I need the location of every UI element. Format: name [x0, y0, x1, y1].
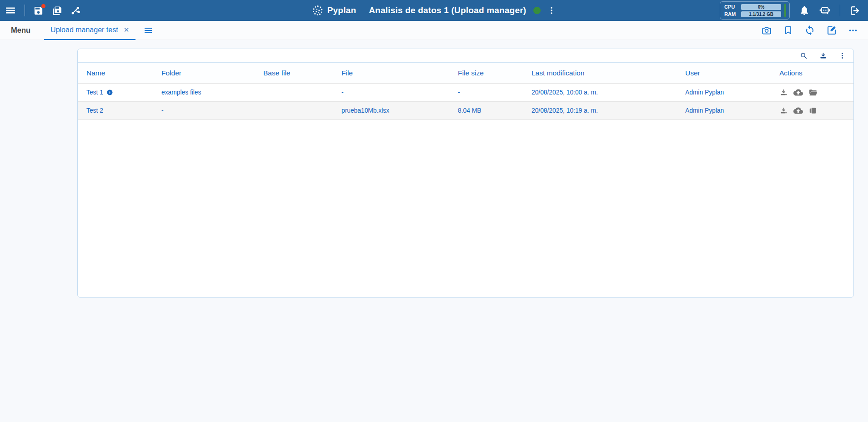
header-last-modification: Last modification: [532, 69, 685, 77]
ram-usage-bar: 1.1/31.2 GB: [741, 11, 781, 17]
model-tree-icon[interactable]: [70, 5, 81, 16]
menu-button[interactable]: Menu: [11, 26, 30, 35]
main-menu-icon[interactable]: [5, 5, 16, 16]
header-name: Name: [86, 69, 161, 77]
row-file-size: -: [458, 89, 532, 96]
table-menu-icon[interactable]: [838, 52, 846, 60]
folder-open-icon[interactable]: [808, 88, 818, 97]
tab-close-icon[interactable]: ✕: [124, 26, 130, 33]
title-menu-icon[interactable]: [547, 6, 556, 15]
logout-icon[interactable]: [849, 5, 861, 16]
row-file: prueba10Mb.xlsx: [341, 107, 458, 114]
page-title: Analisis de datos 1 (Upload manager): [369, 5, 526, 15]
divider: [25, 5, 25, 16]
status-indicator: [533, 7, 541, 14]
header-file-size: File size: [458, 69, 532, 77]
assistant-chat-icon[interactable]: [819, 5, 831, 16]
engine-status-bar: [784, 4, 786, 17]
cpu-label: CPU: [724, 4, 738, 10]
upload-manager-table: Name Folder Base file File File size Las…: [77, 49, 854, 298]
info-icon[interactable]: [106, 89, 113, 96]
header-user: User: [685, 69, 779, 77]
table-header-row: Name Folder Base file File File size Las…: [78, 63, 853, 84]
row-user: Admin Pyplan: [685, 107, 779, 114]
download-table-icon[interactable]: [819, 51, 828, 60]
header-base-file: Base file: [263, 69, 341, 77]
file-preview-icon[interactable]: [808, 106, 817, 115]
tab-upload-manager-test[interactable]: Upload manager test ✕: [44, 21, 135, 40]
row-folder: -: [161, 107, 263, 114]
tab-label: Upload manager test: [50, 26, 118, 34]
row-name: Test 2: [86, 107, 161, 114]
row-name: Test 1: [86, 89, 103, 96]
bookmark-icon[interactable]: [783, 25, 793, 35]
row-last-modification: 20/08/2025, 10:19 a. m.: [532, 107, 685, 114]
refresh-icon[interactable]: [804, 25, 815, 36]
ram-label: RAM: [724, 11, 738, 17]
more-options-icon[interactable]: [848, 25, 858, 35]
download-icon[interactable]: [779, 106, 788, 115]
table-toolbar: [78, 49, 853, 63]
system-monitor: CPU 0% RAM 1.1/31.2 GB: [720, 1, 790, 20]
row-folder: examples files: [161, 89, 263, 96]
tab-list-icon[interactable]: [143, 25, 154, 36]
cloud-upload-icon[interactable]: [793, 88, 803, 97]
row-file: -: [341, 89, 458, 96]
header-folder: Folder: [161, 69, 263, 77]
save-icon[interactable]: [33, 5, 44, 16]
save-all-icon[interactable]: [52, 5, 62, 16]
tab-bar: Menu Upload manager test ✕: [0, 21, 868, 40]
edit-icon[interactable]: [826, 25, 837, 36]
divider: [840, 5, 840, 16]
screenshot-camera-icon[interactable]: [761, 25, 772, 36]
pyplan-brand: Pyplan: [312, 5, 356, 16]
row-user: Admin Pyplan: [685, 89, 779, 96]
pyplan-logo-icon: [312, 5, 324, 16]
header-actions: Actions: [779, 69, 853, 77]
search-icon[interactable]: [800, 52, 808, 60]
notifications-bell-icon[interactable]: [799, 5, 810, 16]
cloud-upload-icon[interactable]: [793, 106, 803, 115]
table-row: Test 1 examples files - - 20/08/2025, 10…: [78, 84, 853, 102]
row-file-size: 8.04 MB: [458, 107, 532, 114]
app-bar: Pyplan Analisis de datos 1 (Upload manag…: [0, 0, 868, 21]
cpu-usage-bar: 0%: [741, 4, 781, 10]
content-area: Name Folder Base file File File size Las…: [0, 40, 868, 422]
table-row: Test 2 - prueba10Mb.xlsx 8.04 MB 20/08/2…: [78, 102, 853, 120]
brand-name: Pyplan: [327, 5, 356, 15]
row-last-modification: 20/08/2025, 10:00 a. m.: [532, 89, 685, 96]
header-file: File: [341, 69, 458, 77]
download-icon[interactable]: [779, 88, 788, 97]
unsaved-changes-badge: [41, 4, 45, 8]
